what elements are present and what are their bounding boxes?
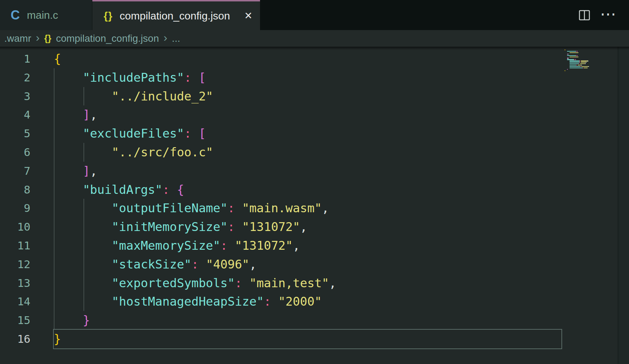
code-token [54,313,83,327]
split-editor-icon[interactable] [579,10,590,21]
code-token [54,257,112,271]
code-token [54,201,112,215]
code-line[interactable]: 6 "../src/foo.c" [0,143,336,162]
code-token [198,257,206,271]
code-token: , [90,164,97,178]
minimap-line [581,62,586,63]
line-number[interactable]: 9 [0,199,30,218]
code-line[interactable]: 14 "hostManagedHeapSize": "2000" [0,292,336,311]
code-token: [ [198,70,206,85]
code-token: : [184,126,191,140]
code-text: "hostManagedHeapSize": "2000" [54,292,322,311]
code-line[interactable]: 1{ [0,50,336,68]
code-line[interactable]: 3 "../include_2" [0,87,336,106]
code-text: "excludeFiles": [ [54,124,206,143]
line-number[interactable]: 11 [0,236,30,255]
code-token: "../src/foo.c" [112,145,213,159]
line-number[interactable]: 1 [0,50,30,68]
line-number[interactable]: 14 [0,292,30,311]
code-token [227,238,235,253]
code-token [54,164,83,178]
code-token: : [227,201,235,215]
code-token: : [191,257,198,271]
line-number[interactable]: 10 [0,218,30,236]
vertical-scrollbar-area[interactable] [618,47,629,364]
code-text: "outputFileName": "main.wasm", [54,199,329,218]
minimap-line [575,59,576,60]
code-token [54,238,112,253]
code-token: , [293,238,300,253]
minimap-line [567,55,576,56]
code-line[interactable]: 9 "outputFileName": "main.wasm", [0,199,336,218]
close-tab-icon[interactable]: ✕ [244,11,252,21]
minimap[interactable] [562,47,618,364]
code-token [235,201,242,215]
code-token [54,108,83,122]
code-token [54,220,112,234]
code-token: , [249,257,256,271]
indent-guide [54,68,54,330]
line-number[interactable]: 5 [0,124,30,143]
code-token [54,294,112,308]
code-token: "excludeFiles" [83,126,184,140]
code-token: : [220,238,227,253]
code-line[interactable]: 2 "includePaths": [ [0,68,336,87]
chevron-right-icon: › [163,31,167,44]
code-content[interactable]: 1{2 "includePaths": [3 "../include_2"4 ]… [0,50,336,348]
minimap-line [581,60,588,61]
breadcrumb-folder[interactable]: .wamr [4,33,31,44]
code-token: { [177,183,184,197]
code-token: "2000" [278,294,322,308]
code-text: "maxMemorySize": "131072", [54,236,300,255]
code-token: "includePaths" [83,70,184,85]
tab-compilation-config-json[interactable]: {} compilation_config.json ✕ [92,0,260,30]
json-braces-icon: {} [44,33,51,44]
code-line[interactable]: 15 } [0,311,336,330]
minimap-line [579,62,580,63]
minimap-line [576,51,577,52]
more-actions-icon[interactable]: ⋯ [600,6,617,22]
code-token: , [322,201,329,215]
code-token: : [227,220,235,234]
line-number[interactable]: 3 [0,87,30,106]
minimap-line [585,63,586,64]
line-number[interactable]: 6 [0,143,30,162]
code-token: [ [198,126,206,140]
minimap-line [570,66,580,67]
code-line[interactable]: 13 "exportedSymbols": "main,test", [0,274,336,293]
line-number[interactable]: 16 [0,330,30,348]
code-line[interactable]: 10 "initMemorySize": "131072", [0,218,336,236]
minimap-line [588,60,588,61]
indent-guide [83,199,84,311]
tab-main-c[interactable]: C main.c [0,0,92,30]
minimap-line [574,59,575,60]
minimap-line [567,59,574,60]
minimap-line [579,63,579,64]
code-token: "4096" [206,257,249,271]
code-line[interactable]: 8 "buildArgs": { [0,180,336,199]
minimap-line [583,68,583,68]
line-number[interactable]: 12 [0,255,30,274]
code-token: "exportedSymbols" [112,276,235,290]
breadcrumb-symbol-tail[interactable]: ... [172,33,180,44]
code-token [54,276,112,290]
code-line[interactable]: 4 ], [0,105,336,124]
line-number[interactable]: 2 [0,68,30,87]
line-number[interactable]: 13 [0,274,30,293]
code-line[interactable]: 12 "stackSize": "4096", [0,255,336,274]
line-number[interactable]: 4 [0,105,30,124]
code-text: "../src/foo.c" [54,143,213,162]
line-number[interactable]: 7 [0,162,30,180]
code-token: "outputFileName" [112,201,228,215]
breadcrumb-file[interactable]: compilation_config.json [56,33,159,44]
code-token: , [300,220,307,234]
code-editor[interactable]: 1{2 "includePaths": [3 "../include_2"4 ]… [0,47,629,364]
code-line[interactable]: 11 "maxMemorySize": "131072", [0,236,336,255]
minimap-line [568,54,569,54]
line-number[interactable]: 8 [0,180,30,199]
code-line[interactable]: 5 "excludeFiles": [ [0,124,336,143]
line-number[interactable]: 15 [0,311,30,330]
code-line[interactable]: 7 ], [0,162,336,180]
code-line[interactable]: 16} [0,330,336,348]
code-token: "main.wasm" [242,201,322,215]
